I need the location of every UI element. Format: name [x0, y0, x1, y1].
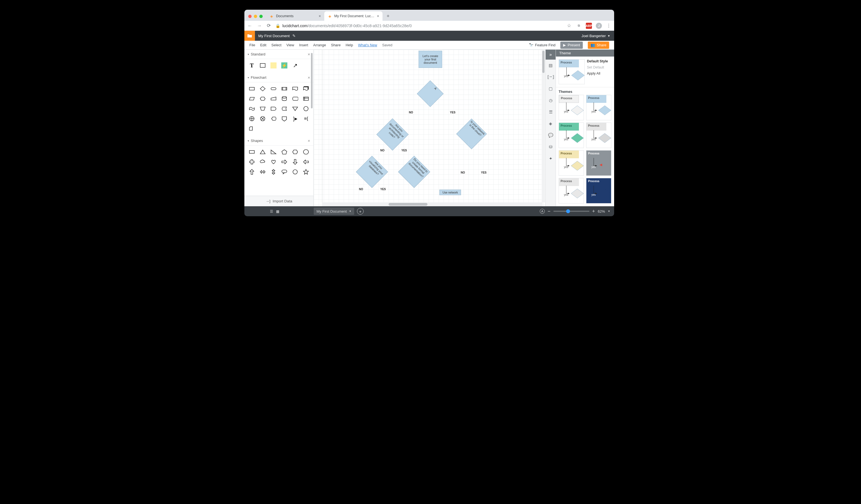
data-icon[interactable]: ⛁	[545, 141, 556, 153]
feature-find-button[interactable]: 🔭Feature Find	[529, 43, 556, 47]
url-field[interactable]: 🔒 lucidchart.com/documents/edit/4058973f…	[275, 24, 562, 28]
or-shape[interactable]	[247, 114, 256, 123]
tab-close-icon[interactable]: ×	[377, 14, 379, 18]
canvas-h-scrollbar[interactable]	[322, 202, 543, 206]
nav-reload-button[interactable]: ⟳	[266, 23, 272, 29]
leftright-arrow-shape[interactable]	[258, 168, 267, 176]
directdata-shape[interactable]	[291, 95, 300, 103]
theme-option-5[interactable]: Processyes	[586, 150, 611, 176]
pentagon-shape[interactable]	[280, 148, 289, 156]
heart-shape[interactable]	[269, 158, 278, 166]
stored-data-shape[interactable]	[280, 104, 289, 113]
menu-share[interactable]: Share	[331, 43, 341, 47]
bookmark-star-icon[interactable]: ☆	[566, 23, 572, 29]
present-icon[interactable]: ▢	[545, 83, 556, 95]
offpage-shape[interactable]	[280, 114, 289, 123]
browser-menu-button[interactable]: ⋮	[606, 23, 611, 29]
brace-right-shape[interactable]: }▸	[291, 114, 300, 123]
cross-shape[interactable]	[247, 158, 256, 166]
collapse-right-panel-button[interactable]: »	[546, 50, 556, 60]
arrow-shape[interactable]: ↗	[291, 61, 300, 70]
zoom-reset-icon[interactable]: A	[540, 209, 545, 214]
chevron-down-icon[interactable]: ▼	[608, 210, 610, 213]
add-page-button[interactable]: +	[357, 208, 364, 214]
octagon-shape[interactable]	[301, 148, 311, 156]
paper-tape-shape[interactable]	[247, 104, 256, 113]
section-close-icon[interactable]: ×	[308, 138, 310, 143]
apply-all-button[interactable]: Apply All	[587, 71, 611, 75]
home-folder-button[interactable]	[244, 31, 255, 41]
document-name[interactable]: My First Document	[258, 34, 290, 38]
card-shape[interactable]	[247, 125, 256, 133]
zoom-out-button[interactable]: −	[548, 209, 551, 214]
theme-option-3[interactable]: Processyes	[586, 123, 611, 148]
circle-shape[interactable]	[291, 168, 300, 176]
rename-pencil-icon[interactable]: ✎	[292, 33, 296, 38]
data-io-shape[interactable]	[247, 95, 256, 103]
zoom-in-button[interactable]: +	[592, 209, 595, 214]
canvas-v-scrollbar[interactable]	[542, 50, 545, 202]
tab-close-icon[interactable]: ×	[319, 14, 321, 18]
manual-input-shape[interactable]	[269, 95, 278, 103]
magic-icon[interactable]: ✦	[545, 153, 556, 164]
connector-shape[interactable]	[301, 104, 311, 113]
account-menu[interactable]: Joel Bangerter ▼	[577, 34, 614, 38]
window-minimize-icon[interactable]	[254, 15, 257, 18]
up-arrow-shape[interactable]	[247, 168, 256, 176]
grid-view-icon[interactable]: ▦	[276, 209, 279, 213]
decision-shape[interactable]	[258, 85, 267, 93]
right-triangle-shape[interactable]	[269, 148, 278, 156]
chat-icon[interactable]: 💬	[545, 129, 556, 141]
node-net-cloud[interactable]: Is your network in the cloud?	[461, 123, 482, 145]
star-shape[interactable]	[301, 168, 311, 176]
merge-shape[interactable]	[291, 104, 300, 113]
menu-help[interactable]: Help	[346, 43, 353, 47]
page-icon[interactable]: ▤	[545, 60, 556, 71]
cloud-shape[interactable]	[258, 158, 267, 166]
manual-op-shape[interactable]	[258, 104, 267, 113]
block-shape[interactable]	[258, 61, 267, 70]
document-shape[interactable]	[291, 85, 300, 93]
menu-file[interactable]: File	[249, 43, 255, 47]
window-close-icon[interactable]	[248, 15, 251, 18]
browser-tab-documents[interactable]: ◈ Documents ×	[266, 11, 324, 21]
hexagon-shape[interactable]	[258, 95, 267, 103]
set-default-button[interactable]: Set Default	[587, 66, 611, 69]
menu-edit[interactable]: Edit	[260, 43, 266, 47]
process-shape[interactable]	[247, 85, 256, 93]
new-tab-button[interactable]: +	[384, 12, 392, 20]
predefined-shape[interactable]	[280, 85, 289, 93]
delay-shape[interactable]	[269, 104, 278, 113]
current-theme-preview[interactable]: Processyes	[559, 59, 585, 84]
node-formal-doc[interactable]: Do you need to create formal documentati…	[403, 160, 425, 183]
page-outline-icon[interactable]: ◈	[545, 118, 556, 129]
updown-arrow-shape[interactable]	[269, 168, 278, 176]
window-maximize-icon[interactable]	[259, 15, 263, 18]
right-arrow-shape[interactable]	[280, 158, 289, 166]
profile-avatar[interactable]: J	[596, 23, 602, 29]
theme-option-2[interactable]: Processyes	[559, 123, 584, 148]
brace-left-shape[interactable]: ≡{	[301, 114, 311, 123]
theme-option-7[interactable]: Processyes	[586, 178, 611, 204]
hotspot-shape[interactable]: ⚡	[281, 62, 287, 69]
zoom-slider[interactable]	[554, 211, 589, 212]
browser-tab-editor[interactable]: ◈ My First Document: Lucidchart ×	[324, 11, 383, 21]
present-button[interactable]: ▶Present	[560, 42, 583, 49]
internal-storage-shape[interactable]	[301, 95, 311, 103]
node-start[interactable]: Let's create your first document	[419, 51, 442, 68]
node-doc-code[interactable]: Are you documenting or architecting code…	[381, 123, 404, 146]
theme-option-0[interactable]: Processyes	[559, 95, 584, 120]
zoom-value[interactable]: 62%	[598, 209, 605, 213]
menu-insert[interactable]: Insert	[299, 43, 308, 47]
down-arrow-shape[interactable]	[291, 158, 300, 166]
section-close-icon[interactable]: ×	[308, 75, 310, 80]
display-shape[interactable]	[269, 114, 278, 123]
abp-extension-icon[interactable]: ABP	[586, 23, 592, 29]
triangle-shape[interactable]	[258, 148, 267, 156]
layers-icon[interactable]: ☰	[545, 106, 556, 118]
section-standard[interactable]: ▾Standard×	[244, 50, 313, 59]
history-icon[interactable]: ◷	[545, 95, 556, 106]
sum-shape[interactable]	[258, 114, 267, 123]
menu-select[interactable]: Select	[271, 43, 281, 47]
menu-view[interactable]: View	[287, 43, 294, 47]
